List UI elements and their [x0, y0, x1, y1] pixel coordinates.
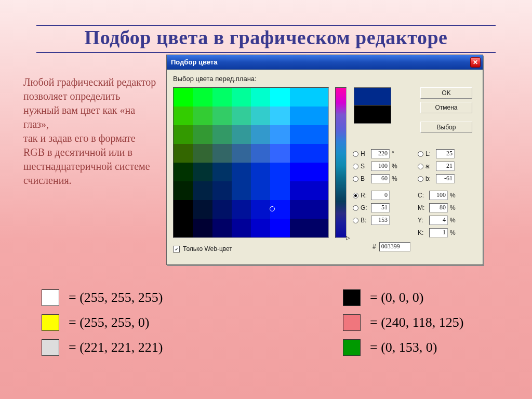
palette-cell[interactable] — [270, 107, 289, 125]
dialog-titlebar[interactable]: Подбор цвета ✕ — [167, 55, 483, 70]
palette-cell[interactable] — [193, 125, 212, 144]
palette-cell[interactable] — [290, 88, 309, 107]
palette-cell[interactable] — [309, 88, 328, 107]
input-s[interactable]: 100 — [371, 162, 390, 171]
palette-cell[interactable] — [251, 181, 270, 200]
input-m[interactable]: 80 — [429, 203, 448, 212]
palette-cell[interactable] — [309, 163, 328, 181]
palette-cell[interactable] — [251, 200, 270, 219]
radio-g[interactable] — [353, 205, 358, 211]
palette-cell[interactable] — [212, 181, 232, 200]
input-a[interactable]: 21 — [436, 162, 455, 171]
palette-cell[interactable] — [251, 219, 270, 237]
palette-cell[interactable] — [309, 125, 328, 144]
input-k[interactable]: 1 — [429, 228, 448, 237]
palette-cell[interactable] — [290, 144, 309, 163]
radio-lab-b[interactable] — [418, 176, 423, 182]
radio-a[interactable] — [418, 164, 423, 169]
label-lab-b: b: — [425, 175, 434, 182]
palette-cell[interactable] — [174, 144, 193, 163]
palette-cell[interactable] — [290, 219, 309, 237]
label-a: a: — [425, 163, 434, 170]
input-l[interactable]: 25 — [436, 149, 455, 158]
close-button[interactable]: ✕ — [470, 57, 481, 68]
palette-cell[interactable] — [193, 88, 212, 107]
radio-r[interactable] — [353, 193, 358, 198]
palette-cell[interactable] — [193, 107, 212, 125]
palette-cell[interactable] — [270, 144, 289, 163]
palette-cell[interactable] — [290, 181, 309, 200]
example-swatch — [343, 314, 361, 331]
palette-cell[interactable] — [193, 181, 212, 200]
palette-cell[interactable] — [193, 163, 212, 181]
palette-cell[interactable] — [193, 219, 212, 237]
palette-cell[interactable] — [309, 200, 328, 219]
color-palette[interactable] — [173, 87, 329, 238]
palette-cell[interactable] — [193, 144, 212, 163]
input-b-rgb[interactable]: 153 — [371, 216, 390, 225]
palette-cell[interactable] — [232, 107, 251, 125]
palette-cell[interactable] — [212, 88, 232, 107]
radio-b-rgb[interactable] — [353, 218, 358, 223]
ok-button[interactable]: OK — [420, 87, 472, 99]
input-r[interactable]: 0 — [371, 191, 390, 200]
palette-cell[interactable] — [309, 107, 328, 125]
palette-cell[interactable] — [270, 88, 289, 107]
palette-cell[interactable] — [174, 163, 193, 181]
palette-cell[interactable] — [232, 181, 251, 200]
palette-cell[interactable] — [290, 125, 309, 144]
palette-cell[interactable] — [174, 219, 193, 237]
palette-cell[interactable] — [232, 163, 251, 181]
palette-cell[interactable] — [290, 107, 309, 125]
select-button[interactable]: Выбор — [420, 122, 472, 133]
input-h[interactable]: 220 — [371, 149, 390, 158]
palette-cell[interactable] — [212, 125, 232, 144]
radio-l[interactable] — [418, 151, 423, 157]
palette-cell[interactable] — [232, 144, 251, 163]
palette-cell[interactable] — [174, 125, 193, 144]
hex-input[interactable]: 003399 — [379, 242, 410, 251]
palette-cell[interactable] — [290, 163, 309, 181]
palette-cell[interactable] — [251, 107, 270, 125]
palette-cell[interactable] — [212, 200, 232, 219]
radio-b[interactable] — [353, 176, 358, 182]
web-only-checkbox[interactable]: Только Web-цвет — [173, 245, 232, 252]
palette-cell[interactable] — [251, 88, 270, 107]
input-y[interactable]: 4 — [429, 216, 448, 225]
new-color-swatch — [354, 88, 391, 105]
palette-cell[interactable] — [174, 181, 193, 200]
input-b-hsb[interactable]: 60 — [371, 174, 390, 183]
palette-cell[interactable] — [270, 163, 289, 181]
palette-cell[interactable] — [270, 219, 289, 237]
palette-cell[interactable] — [174, 200, 193, 219]
color-slider[interactable] — [335, 87, 347, 238]
palette-cell[interactable] — [232, 125, 251, 144]
palette-cell[interactable] — [232, 88, 251, 107]
palette-cell[interactable] — [290, 200, 309, 219]
palette-cell[interactable] — [251, 144, 270, 163]
palette-cell[interactable] — [309, 181, 328, 200]
palette-cell[interactable] — [251, 163, 270, 181]
palette-cell[interactable] — [174, 107, 193, 125]
palette-cell[interactable] — [270, 125, 289, 144]
radio-h[interactable] — [353, 151, 358, 157]
input-g[interactable]: 51 — [371, 203, 390, 212]
palette-cell[interactable] — [309, 144, 328, 163]
palette-cell[interactable] — [232, 200, 251, 219]
palette-cell[interactable] — [309, 219, 328, 237]
palette-cell[interactable] — [270, 181, 289, 200]
palette-cell[interactable] — [174, 88, 193, 107]
palette-cell[interactable] — [212, 163, 232, 181]
palette-cell[interactable] — [212, 107, 232, 125]
palette-cell[interactable] — [193, 200, 212, 219]
palette-cell[interactable] — [270, 200, 289, 219]
palette-cell[interactable] — [212, 144, 232, 163]
input-c[interactable]: 100 — [429, 191, 448, 200]
radio-s[interactable] — [353, 164, 358, 169]
input-lab-b[interactable]: -61 — [436, 174, 455, 183]
cancel-button[interactable]: Отмена — [420, 102, 472, 113]
palette-cell[interactable] — [212, 219, 232, 237]
palette-cell[interactable] — [232, 219, 251, 237]
palette-cell[interactable] — [251, 125, 270, 144]
label-g: G: — [361, 204, 369, 211]
